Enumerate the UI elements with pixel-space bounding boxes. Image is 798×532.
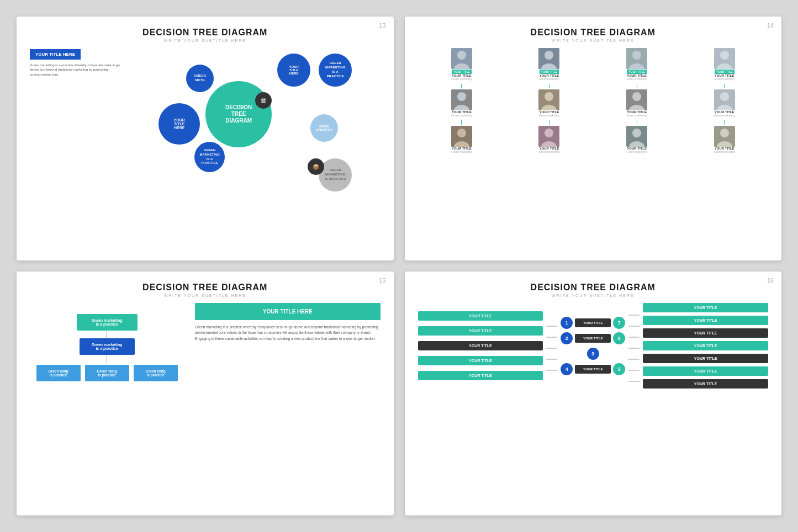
photo-3-1	[451, 126, 472, 147]
person-2-4: YOUR TITLE Green marketing	[702, 89, 747, 117]
circle-3: 3	[587, 348, 599, 360]
hline-5	[546, 370, 557, 371]
person-2-2: YOUR TITLE Green marketing	[527, 89, 571, 117]
sub-1-2: Green marketing	[539, 77, 559, 81]
icon-box: 📦	[308, 158, 324, 175]
hline-1	[546, 326, 557, 327]
sub-3-3: Green marketing	[626, 150, 647, 153]
photo-1-3	[626, 48, 647, 69]
photo-1-2	[538, 48, 559, 69]
person-1-1: YOUR TITLE YOUR TITLE Green marketing	[440, 48, 484, 81]
slide-subtitle-1: WRITE YOUR SUBTITLE HERE	[30, 39, 380, 42]
vline-5	[461, 120, 462, 125]
svg-point-1	[457, 51, 466, 60]
sub-2-1: Green marketing	[451, 114, 472, 117]
circle-6: 6	[613, 332, 625, 344]
people-row-1: YOUR TITLE YOUR TITLE Green marketing YO…	[418, 48, 769, 81]
flow-arrow-2	[107, 355, 107, 363]
vline-1	[461, 84, 462, 88]
bubble-left-large: YOURTITLEHERE	[158, 103, 200, 145]
photo-3-4	[714, 126, 735, 147]
person-1-3: YOUR TITLE YOUR TITLE Green marketing	[615, 48, 659, 81]
svg-point-16	[545, 92, 553, 101]
circle-2: 2	[561, 332, 573, 344]
svg-point-31	[632, 129, 641, 137]
badge-1-3: YOUR TITLE	[627, 70, 647, 74]
people-row-3: YOUR TITLE Green marketing YOUR TITLE Gr…	[418, 126, 769, 153]
rhline-4	[628, 348, 640, 349]
photo-2-1	[451, 89, 472, 110]
photo-1-4	[714, 48, 735, 69]
slide-number-3: 15	[379, 277, 385, 284]
left-box-2: YOUR TITLE	[418, 326, 543, 336]
photo-1-1	[451, 48, 472, 69]
right-box-6: YOUR TITLE	[643, 366, 768, 376]
sub-2-2: Green marketing	[539, 114, 559, 117]
sub-3-4: Green marketing	[714, 150, 734, 153]
rhline-6	[628, 370, 640, 371]
photo-2-4	[714, 89, 735, 110]
svg-point-4	[545, 51, 553, 60]
flow-node-2: Green marketingis a practice	[80, 338, 135, 355]
right-box-7: YOUR TITLE	[643, 379, 768, 389]
mid-row-1: 1 YOUR TITLE 7	[561, 317, 625, 329]
svg-point-19	[632, 92, 641, 101]
vline-6	[549, 120, 549, 125]
vline-3	[637, 84, 637, 88]
title-box-1: YOUR TITLE HERE	[30, 49, 81, 60]
slide-1: 13 DECISION TREE DIAGRAM WRITE YOUR SUBT…	[17, 17, 394, 260]
sub-3-2: Green marketing	[539, 150, 559, 153]
rhline-1	[628, 315, 640, 316]
vline-4	[724, 84, 725, 88]
mid-row-4: 4 YOUR TITLE 5	[561, 363, 625, 375]
rhline-7	[628, 381, 640, 382]
right-box-2: YOUR TITLE	[643, 316, 768, 325]
icon-building: 🏛	[255, 92, 272, 109]
body-text-3: Green marketing is a practice whereby co…	[195, 324, 380, 342]
vline-2	[549, 84, 549, 88]
right-box-4: YOUR TITLE	[643, 341, 768, 350]
person-1-4: YOUR TITLE YOUR TITLE Green marketing	[702, 48, 747, 81]
center-bubble: DECISIONTREEDIAGRAM	[205, 81, 272, 147]
slide-number-1: 13	[379, 22, 385, 29]
slide-title-1: DECISION TREE DIAGRAM	[30, 28, 380, 38]
flow-child-3: Green mktgis practice	[134, 365, 178, 381]
bubble-top-left: Greenmktg	[186, 65, 214, 92]
vline-8	[724, 120, 725, 125]
flow-arrow-1	[107, 331, 107, 338]
svg-point-28	[545, 129, 553, 137]
slide-3: 15 DECISION TREE DIAGRAM WRITE YOUR SUBT…	[17, 272, 394, 515]
slide-2: 14 DECISION TREE DIAGRAM WRITE YOUR SUBT…	[405, 17, 782, 260]
slide-title-4: DECISION TREE DIAGRAM	[418, 283, 769, 292]
right-box-1: YOUR TITLE	[643, 303, 768, 312]
slide-subtitle-2: WRITE YOUR SUBTITLE HERE	[418, 39, 769, 42]
sub-3-1: Green marketing	[451, 150, 472, 153]
person-3-2: YOUR TITLE Green marketing	[527, 126, 571, 153]
people-row-2: YOUR TITLE Green marketing YOUR TITLE Gr…	[418, 89, 769, 117]
circle-4: 4	[561, 363, 573, 375]
bubble-top-right: Greenmarketingis apractice	[319, 54, 352, 87]
hline-4	[546, 359, 557, 360]
mid-box-2: YOUR TITLE	[575, 334, 611, 343]
sub-2-4: Green marketing	[714, 114, 734, 117]
hline-3	[546, 348, 557, 349]
flow-children: Green mktgis practice Green mktgis pract…	[36, 365, 178, 381]
people-tree: YOUR TITLE YOUR TITLE Green marketing YO…	[418, 48, 769, 157]
person-2-3: YOUR TITLE Green marketing	[615, 89, 659, 117]
flow-child-1: Green mktgis practice	[36, 365, 81, 381]
svg-point-10	[720, 51, 729, 60]
svg-point-34	[720, 129, 729, 137]
mid-box-1: YOUR TITLE	[575, 318, 611, 327]
body-text-1: Green marketing is a practice whereby co…	[30, 63, 129, 77]
sub-2-3: Green marketing	[626, 114, 647, 117]
header-box-3: YOUR TITLE HERE	[195, 303, 380, 320]
connectors-row-2	[418, 120, 769, 125]
left-connectors	[546, 321, 557, 371]
bubble-diagram: DECISIONTREEDIAGRAM YOURTITLEHERE Greenm…	[150, 48, 380, 191]
svg-point-22	[720, 92, 729, 101]
bubble-right-title: YOURTITLEHERE	[277, 54, 310, 87]
left-box-5: YOUR TITLE	[418, 371, 543, 380]
slide-number-4: 16	[767, 277, 774, 284]
right-box-3: YOUR TITLE	[643, 328, 768, 338]
photo-3-2	[538, 126, 559, 147]
